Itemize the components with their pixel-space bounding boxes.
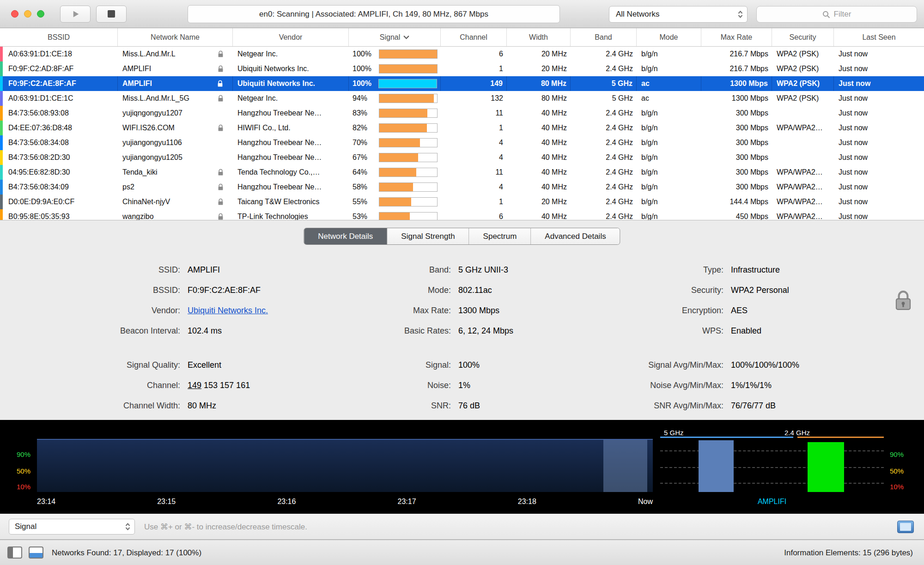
channel-color-stripe — [0, 61, 3, 76]
detail-row: SNR Avg/Min/Max:76/76/77 dB — [582, 399, 915, 413]
detail-label: Mode: — [296, 286, 451, 295]
table-row[interactable]: A0:63:91:D1:CE:1CMiss.L.And.Mr.L_5GNetge… — [0, 91, 924, 106]
detail-label: Noise Avg/Min/Max: — [582, 381, 723, 390]
width-cell: 40 MHz — [507, 165, 571, 180]
interface-status-text: en0: Scanning | Associated: AMPLIFI, Ch … — [259, 10, 488, 19]
signal-bar — [379, 64, 438, 73]
table-row[interactable]: B4:73:56:08:93:08yujiqngongyu1207Hangzho… — [0, 106, 924, 121]
column-header-security[interactable]: Security — [772, 28, 834, 46]
time-axis: 23:1423:1523:1623:1723:18Now — [37, 498, 653, 506]
table-row[interactable]: F0:9F:C2:AE:8F:AFAMPLIFIUbiquiti Network… — [0, 76, 924, 91]
network-name-cell: AMPLIFI — [118, 61, 233, 76]
minimize-button[interactable] — [24, 10, 31, 18]
last-seen-cell: Just now — [834, 106, 924, 121]
network-name-cell: WIFI.IS26.COM — [118, 121, 233, 135]
lock-icon — [218, 50, 224, 58]
tab-spectrum[interactable]: Spectrum — [469, 228, 531, 244]
toggle-sidebar-icon[interactable] — [7, 547, 22, 559]
time-axis-label: 23:18 — [518, 498, 536, 506]
spectrum-chart — [660, 439, 884, 492]
gridline-90 — [660, 450, 884, 451]
table-row[interactable]: B0:95:8E:05:35:93wangziboTP-Link Technol… — [0, 209, 924, 220]
lock-icon — [218, 65, 224, 73]
signal-bar — [379, 123, 438, 133]
percent-axis-label: 90% — [890, 450, 913, 458]
detail-label: SNR Avg/Min/Max: — [582, 401, 723, 411]
signal-bar — [379, 168, 438, 177]
gridline-50 — [660, 467, 884, 468]
channel-cell: 11 — [441, 106, 507, 121]
zoom-button[interactable] — [37, 10, 44, 18]
column-header-vendor[interactable]: Vendor — [233, 28, 349, 46]
tab-advanced-details[interactable]: Advanced Details — [531, 228, 620, 244]
scan-stop-button[interactable] — [96, 6, 127, 23]
detail-label: Vendor: — [0, 306, 180, 316]
channel-cell: 4 — [441, 135, 507, 150]
filter-input[interactable]: Filter — [756, 6, 917, 23]
detail-label: Channel: — [0, 381, 180, 390]
max-rate-cell: 144.4 Mbps — [701, 194, 772, 209]
detail-row: Security:WPA2 Personal — [582, 283, 915, 297]
channel-cell: 132 — [441, 91, 507, 106]
last-seen-cell: Just now — [834, 76, 924, 91]
security-cell: WPA/WPA2… — [772, 121, 834, 135]
column-header-signal[interactable]: Signal — [349, 28, 441, 46]
detail-row: Channel Width:80 MHz — [0, 399, 296, 413]
width-cell: 20 MHz — [507, 61, 571, 76]
channel-color-stripe — [0, 121, 3, 135]
table-row[interactable]: B4:73:56:08:34:09ps2Hangzhou Treebear Ne… — [0, 180, 924, 194]
table-row[interactable]: F0:9F:C2:AD:8F:AFAMPLIFIUbiquiti Network… — [0, 61, 924, 76]
graph-metric-value: Signal — [15, 522, 36, 531]
signal-cell: 100% — [349, 47, 441, 61]
column-header-max-rate[interactable]: Max Rate — [701, 28, 772, 46]
graph-metric-dropdown[interactable]: Signal — [9, 519, 135, 535]
signal-bar — [379, 197, 438, 207]
signal-cell: 94% — [349, 91, 441, 106]
lock-icon — [218, 95, 224, 102]
column-header-band[interactable]: Band — [571, 28, 637, 46]
percent-axis-label: 10% — [890, 483, 913, 491]
channel-color-stripe — [0, 47, 3, 61]
signal-bar — [379, 109, 438, 118]
security-cell — [772, 106, 834, 121]
bssid-cell: B4:73:56:08:34:09 — [0, 180, 118, 194]
table-row[interactable]: D0:0E:D9:9A:E0:CFChinaNet-njyVTaicang T&… — [0, 194, 924, 209]
table-row[interactable]: D4:EE:07:36:D8:48WIFI.IS26.COMHIWIFI Co.… — [0, 121, 924, 135]
detail-label: Encryption: — [582, 306, 723, 316]
display-icon[interactable] — [897, 521, 914, 533]
column-header-mode[interactable]: Mode — [637, 28, 701, 46]
security-cell: WPA2 (PSK) — [772, 76, 834, 91]
network-scope-dropdown[interactable]: All Networks — [609, 6, 748, 23]
column-header-bssid[interactable]: BSSID — [0, 28, 118, 46]
band-cell: 2.4 GHz — [571, 121, 637, 135]
table-row[interactable]: 04:95:E6:82:8D:30Tenda_kikiTenda Technol… — [0, 165, 924, 180]
band-cell: 2.4 GHz — [571, 165, 637, 180]
detail-row: Channel:149 153 157 161 — [0, 378, 296, 392]
bssid-cell: D0:0E:D9:9A:E0:CF — [0, 194, 118, 209]
status-bar: Networks Found: 17, Displayed: 17 (100%)… — [0, 540, 924, 565]
traffic-lights — [11, 10, 44, 18]
network-name-cell: Tenda_kiki — [118, 165, 233, 180]
scan-start-button[interactable] — [60, 6, 91, 23]
tab-network-details[interactable]: Network Details — [304, 228, 387, 244]
close-button[interactable] — [11, 10, 18, 18]
top-toolbar: en0: Scanning | Associated: AMPLIFI, Ch … — [0, 0, 924, 28]
detail-value: 5 GHz UNII-3 — [458, 265, 508, 275]
column-header-network-name[interactable]: Network Name — [118, 28, 233, 46]
table-row[interactable]: B4:73:56:08:34:08yujiangongyu1106Hangzho… — [0, 135, 924, 150]
mode-cell: b/g/n — [637, 135, 701, 150]
table-row[interactable]: B4:73:56:08:2D:30yujiangongyu1205Hangzho… — [0, 150, 924, 165]
max-rate-cell: 1300 Mbps — [701, 91, 772, 106]
column-header-last-seen[interactable]: Last Seen — [834, 28, 924, 46]
tab-signal-strength[interactable]: Signal Strength — [387, 228, 469, 244]
table-header: BSSIDNetwork NameVendorSignalChannelWidt… — [0, 28, 924, 47]
vendor-link[interactable]: Ubiquiti Networks Inc. — [188, 306, 268, 316]
detail-value: Excellent — [188, 360, 221, 370]
column-header-width[interactable]: Width — [507, 28, 571, 46]
signal-bar — [379, 212, 438, 220]
column-header-channel[interactable]: Channel — [441, 28, 507, 46]
toggle-bottom-pane-icon[interactable] — [29, 547, 43, 559]
last-seen-cell: Just now — [834, 91, 924, 106]
detail-value: 76 dB — [458, 401, 480, 411]
table-row[interactable]: A0:63:91:D1:CE:18Miss.L.And.Mr.LNetgear … — [0, 47, 924, 61]
